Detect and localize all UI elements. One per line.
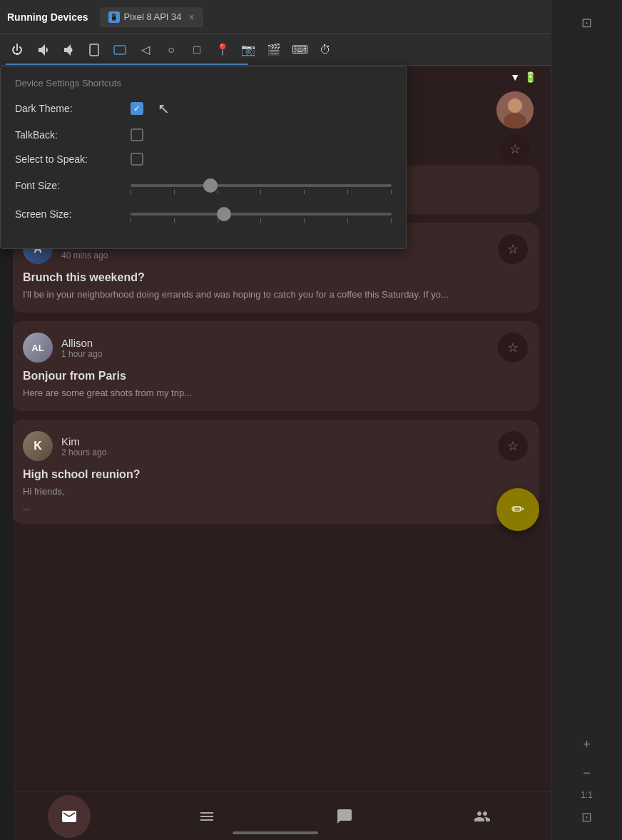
home-btn[interactable]: ○ (160, 39, 183, 61)
timer-btn[interactable]: ⏱ (314, 39, 337, 61)
select-to-speak-row: Select to Speak: (15, 153, 392, 166)
wifi-icon: ▼ (510, 71, 520, 83)
allison-name: Allison (61, 337, 489, 349)
email-card-kim[interactable]: K Kim 2 hours ago ☆ High school reunion?… (11, 420, 539, 523)
select-to-speak-checkbox[interactable] (131, 153, 143, 166)
zoom-out-btn[interactable]: − (576, 761, 598, 784)
ali-time: 40 mins ago (61, 251, 489, 260)
screen-size-track (131, 213, 392, 216)
email-header-allison: AL Allison 1 hour ago ☆ (23, 333, 528, 363)
font-size-track (131, 184, 392, 187)
screen-size-slider[interactable] (131, 206, 392, 223)
home-indicator (233, 831, 318, 834)
toolbar: ⏻ ◁ ○ □ 📍 📷 🎬 ⌨ ⏱ ⊡ ✓ (0, 34, 622, 66)
volume-up-btn[interactable] (57, 39, 80, 61)
kim-subject: High school reunion? (23, 468, 528, 481)
meet-tab[interactable] (461, 795, 504, 838)
top-star-btn[interactable]: ☆ (500, 134, 530, 164)
settings-title: Device Settings Shortcuts (15, 78, 392, 88)
screen-options-btn[interactable]: ⊡ (576, 806, 598, 829)
top-right-controls: ☆ (496, 91, 534, 164)
mirror-display-btn[interactable]: ⊡ (576, 11, 598, 34)
allison-avatar: AL (23, 333, 53, 363)
back-btn[interactable]: ◁ (134, 39, 157, 61)
rotate-portrait-btn[interactable] (83, 39, 106, 61)
talkback-row: TalkBack: (15, 128, 392, 141)
allison-time: 1 hour ago (61, 349, 489, 359)
tick (174, 218, 175, 223)
power-btn[interactable]: ⏻ (6, 39, 29, 61)
svg-point-5 (508, 98, 522, 113)
toolbar-indicator (0, 64, 622, 65)
dark-theme-label: Dark Theme: (15, 103, 122, 114)
tick (304, 218, 305, 223)
font-size-slider[interactable] (131, 177, 392, 194)
device-tab[interactable]: 📱 Pixel 8 API 34 × (100, 7, 203, 27)
tick (347, 218, 348, 223)
tab-close-btn[interactable]: × (189, 11, 195, 23)
tick (260, 218, 261, 223)
kim-time: 2 hours ago (61, 447, 489, 457)
svg-rect-0 (90, 44, 98, 56)
toolbar-indicator-bar (6, 64, 248, 65)
top-bar: Running Devices 📱 Pixel 8 API 34 × (0, 0, 622, 34)
screenshot-btn[interactable]: 📷 (237, 39, 260, 61)
allison-preview: Here are some great shots from my trip..… (23, 387, 528, 400)
inbox-tab[interactable] (48, 795, 91, 838)
settings-overlay: Device Settings Shortcuts Dark Theme: ↖ … (0, 66, 407, 249)
keyboard-btn[interactable]: ⌨ (288, 39, 311, 61)
location-btn[interactable]: 📍 (211, 39, 234, 61)
dark-theme-checkbox[interactable] (131, 102, 143, 115)
kim-sender-info: Kim 2 hours ago (61, 435, 489, 457)
battery-icon: 🔋 (524, 71, 536, 83)
tick (131, 218, 131, 223)
ali-preview: I'll be in your neighborhood doing erran… (23, 288, 528, 301)
tab-label: Pixel 8 API 34 (124, 11, 182, 22)
app-title: Running Devices (7, 11, 88, 23)
tab-device-icon: 📱 (108, 11, 120, 23)
dark-theme-row: Dark Theme: ↖ (15, 100, 392, 117)
svg-rect-1 (114, 46, 126, 54)
font-size-row: Font Size: (15, 177, 392, 194)
compose-fab[interactable]: ✏ (496, 488, 539, 531)
articles-tab[interactable] (185, 795, 228, 838)
tick (218, 190, 218, 194)
cursor-indicator: ↖ (158, 100, 170, 117)
tick (391, 218, 392, 223)
font-size-label: Font Size: (15, 180, 122, 191)
select-to-speak-label: Select to Speak: (15, 153, 122, 165)
screen-size-label: Screen Size: (15, 208, 122, 220)
talkback-label: TalkBack: (15, 129, 122, 141)
ali-subject: Brunch this weekend? (23, 271, 528, 284)
tick (218, 218, 218, 223)
allison-sender-info: Allison 1 hour ago (61, 337, 489, 359)
zoom-label: 1:1 (581, 790, 593, 800)
allison-subject: Bonjour from Paris (23, 370, 528, 383)
main-avatar (496, 91, 534, 128)
zoom-in-btn[interactable]: + (576, 733, 598, 756)
email-card-allison[interactable]: AL Allison 1 hour ago ☆ Bonjour from Par… (11, 321, 539, 411)
tick (131, 190, 131, 194)
recents-btn[interactable]: □ (185, 39, 208, 61)
kim-star-btn[interactable]: ☆ (498, 431, 528, 461)
tick (174, 190, 175, 194)
tick (304, 190, 305, 194)
kim-ellipsis: ... (23, 502, 528, 512)
email-header-kim: K Kim 2 hours ago ☆ (23, 431, 528, 461)
tick (260, 190, 261, 194)
talkback-checkbox[interactable] (131, 128, 143, 141)
chat-tab[interactable] (323, 795, 366, 838)
volume-down-btn[interactable] (31, 39, 54, 61)
kim-avatar: K (23, 431, 53, 461)
kim-name: Kim (61, 435, 489, 447)
ali-star-btn[interactable]: ☆ (498, 234, 528, 264)
kim-preview: Hi friends, (23, 485, 528, 498)
rotate-landscape-btn[interactable] (108, 39, 131, 61)
allison-star-btn[interactable]: ☆ (498, 333, 528, 363)
tick (347, 190, 348, 194)
record-btn[interactable]: 🎬 (262, 39, 285, 61)
right-panel: ⊡ + − 1:1 ⊡ (551, 0, 622, 840)
tick (391, 190, 392, 194)
screen-size-row: Screen Size: (15, 206, 392, 223)
